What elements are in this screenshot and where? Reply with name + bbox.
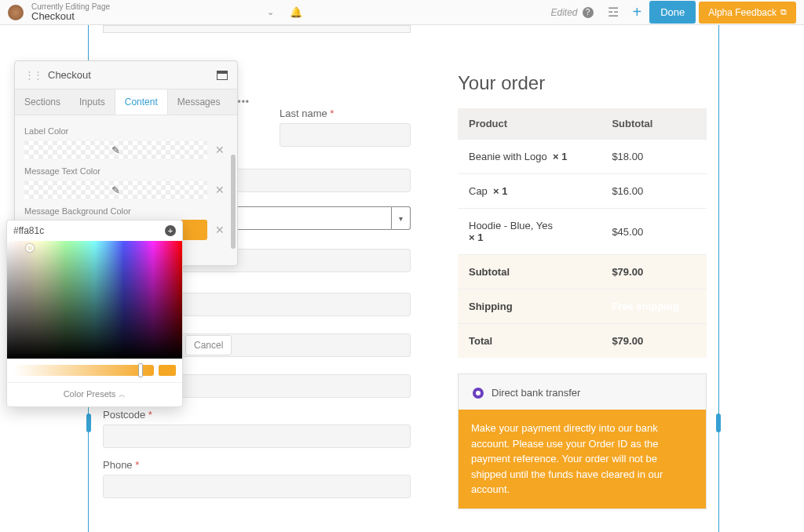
order-summary: Your order Product Subtotal Beanie with … bbox=[458, 72, 707, 509]
tab-more-icon[interactable]: ••• bbox=[229, 89, 258, 115]
resize-handle-right[interactable] bbox=[716, 414, 721, 432]
total-row: Total$79.00 bbox=[458, 324, 707, 359]
external-link-icon: ⧉ bbox=[780, 7, 787, 17]
clear-msg-bg-color[interactable]: ✕ bbox=[212, 224, 228, 236]
page-title: Checkout bbox=[31, 11, 110, 22]
phone-input[interactable] bbox=[103, 475, 411, 498]
cancel-button[interactable]: Cancel bbox=[185, 335, 232, 355]
hue-slider[interactable] bbox=[13, 365, 154, 376]
panel-title: Checkout bbox=[48, 69, 91, 81]
clear-label-color[interactable]: ✕ bbox=[212, 144, 228, 156]
postcode-label: Postcode * bbox=[103, 409, 411, 421]
payment-box: Direct bank transfer Make your payment d… bbox=[458, 373, 707, 509]
current-color-swatch bbox=[159, 365, 176, 376]
edited-status: Edited bbox=[550, 7, 577, 18]
top-bar: Currently Editing Page Checkout ⌄ 🔔 Edit… bbox=[0, 0, 804, 25]
last-name-input[interactable] bbox=[280, 123, 411, 147]
table-row: Cap × 1$16.00 bbox=[458, 174, 707, 209]
subtotal-row: Subtotal$79.00 bbox=[458, 255, 707, 290]
alpha-feedback-button[interactable]: Alpha Feedback⧉ bbox=[699, 2, 796, 24]
shipping-row: ShippingFree shipping bbox=[458, 290, 707, 324]
color-picker: + Color Presets︿ bbox=[6, 220, 183, 407]
msg-text-color-swatch[interactable]: ✎ bbox=[24, 180, 207, 200]
eyedropper-icon[interactable]: ✎ bbox=[111, 184, 120, 196]
last-name-label: Last name * bbox=[280, 107, 411, 119]
outline-icon[interactable]: ☲ bbox=[608, 5, 619, 20]
postcode-input[interactable] bbox=[103, 425, 411, 448]
add-preset-icon[interactable]: + bbox=[165, 225, 176, 236]
color-presets-toggle[interactable]: Color Presets︿ bbox=[7, 382, 182, 406]
done-button[interactable]: Done bbox=[649, 1, 696, 24]
label-color-swatch[interactable]: ✎ bbox=[24, 140, 207, 160]
tab-inputs[interactable]: Inputs bbox=[70, 89, 115, 115]
table-row: Hoodie - Blue, Yes× 1$45.00 bbox=[458, 209, 707, 255]
drag-handle-icon[interactable]: ⋮⋮ bbox=[24, 69, 42, 81]
chevron-up-icon: ︿ bbox=[119, 391, 126, 399]
scrollbar-thumb[interactable] bbox=[231, 155, 236, 249]
canvas: Last name * ▾ (optional) Postcode * bbox=[0, 25, 804, 532]
tab-messages[interactable]: Messages bbox=[168, 89, 230, 115]
saturation-area[interactable] bbox=[7, 241, 182, 359]
payment-note: Make your payment directly into our bank… bbox=[459, 410, 706, 508]
saturation-cursor[interactable] bbox=[26, 244, 34, 252]
help-icon[interactable]: ? bbox=[583, 7, 594, 18]
order-table: Product Subtotal Beanie with Logo × 1$18… bbox=[458, 108, 707, 358]
bell-icon[interactable]: 🔔 bbox=[290, 6, 302, 18]
tab-sections[interactable]: Sections bbox=[15, 89, 70, 115]
panel-tabs: Sections Inputs Content Messages ••• bbox=[15, 89, 237, 115]
msg-bg-color-label: Message Background Color bbox=[24, 206, 228, 216]
order-title: Your order bbox=[458, 72, 707, 94]
radio-selected-icon[interactable] bbox=[473, 388, 484, 399]
tab-content[interactable]: Content bbox=[115, 89, 168, 115]
phone-label: Phone * bbox=[103, 459, 411, 471]
table-row: Beanie with Logo × 1$18.00 bbox=[458, 140, 707, 174]
label-color-label: Label Color bbox=[24, 126, 228, 136]
col-product: Product bbox=[458, 108, 601, 140]
window-icon[interactable] bbox=[217, 71, 228, 80]
payment-method-label: Direct bank transfer bbox=[492, 387, 580, 399]
add-icon[interactable]: + bbox=[633, 3, 642, 21]
section-handle[interactable] bbox=[103, 25, 411, 33]
hex-input[interactable] bbox=[13, 225, 165, 236]
msg-text-color-label: Message Text Color bbox=[24, 166, 228, 176]
hue-cursor[interactable] bbox=[138, 363, 143, 377]
chevron-down-icon[interactable]: ⌄ bbox=[267, 7, 274, 17]
col-subtotal: Subtotal bbox=[601, 108, 707, 140]
payment-option[interactable]: Direct bank transfer bbox=[473, 387, 692, 399]
clear-msg-text-color[interactable]: ✕ bbox=[212, 184, 228, 196]
app-logo-icon bbox=[8, 5, 24, 20]
caret-down-icon[interactable]: ▾ bbox=[392, 206, 411, 230]
eyedropper-icon[interactable]: ✎ bbox=[111, 144, 120, 156]
